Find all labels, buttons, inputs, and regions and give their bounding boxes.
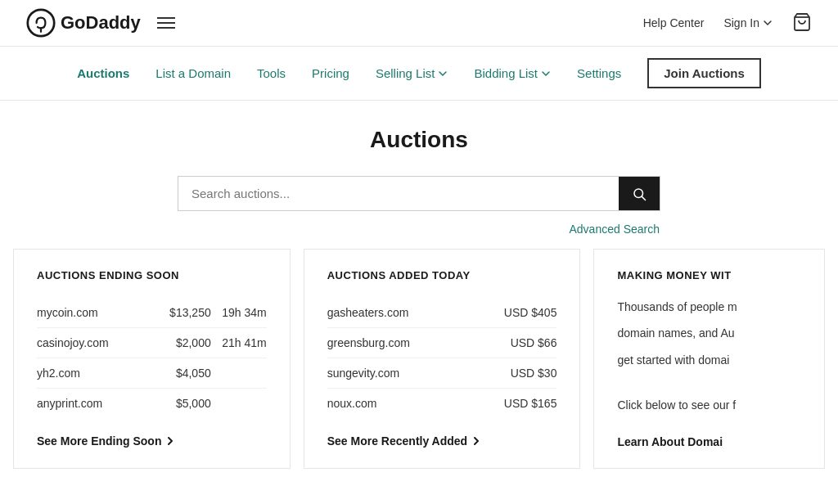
domain-name: mycoin.com: [37, 306, 147, 319]
card-making-money: MAKING MONEY WIT Thousands of people m d…: [593, 249, 825, 469]
cart-icon: [792, 12, 812, 32]
see-more-recently-added-link[interactable]: See More Recently Added: [327, 434, 557, 448]
cards-row: AUCTIONS ENDING SOON mycoin.com $13,250 …: [0, 249, 838, 469]
domain-name: gasheaters.com: [327, 306, 493, 319]
page-title: Auctions: [13, 127, 825, 153]
sign-in-button[interactable]: Sign In: [723, 16, 773, 29]
search-input[interactable]: [178, 177, 619, 210]
table-row[interactable]: casinojoy.com $2,000 21h 41m: [37, 328, 267, 358]
chevron-down-icon: [541, 69, 551, 79]
making-money-body: Thousands of people m domain names, and …: [617, 298, 801, 422]
price: USD $165: [499, 397, 556, 410]
join-auctions-button[interactable]: Join Auctions: [647, 58, 761, 88]
logo[interactable]: GoDaddy: [26, 8, 141, 38]
chevron-down-icon: [763, 18, 773, 28]
making-money-line4: Click below to see our f: [617, 396, 801, 414]
domain-name: casinojoy.com: [37, 336, 147, 349]
learn-about-domain-link[interactable]: Learn About Domai: [617, 435, 801, 448]
cart-button[interactable]: [792, 12, 812, 34]
table-row[interactable]: noux.com USD $165: [327, 389, 557, 418]
nav-item-tools[interactable]: Tools: [257, 66, 286, 80]
nav-item-settings[interactable]: Settings: [577, 66, 621, 80]
main-nav: Auctions List a Domain Tools Pricing Sel…: [0, 47, 838, 101]
help-center-link[interactable]: Help Center: [643, 16, 705, 29]
nav-item-pricing[interactable]: Pricing: [312, 66, 349, 80]
chevron-down-icon: [438, 69, 448, 79]
hamburger-menu[interactable]: [154, 14, 178, 32]
nav-item-auctions[interactable]: Auctions: [77, 66, 129, 80]
page-title-area: Auctions: [0, 101, 838, 166]
chevron-right-icon: [164, 435, 176, 447]
advanced-search-link[interactable]: Advanced Search: [0, 218, 838, 249]
chevron-right-icon: [471, 435, 482, 447]
top-header: GoDaddy Help Center Sign In: [0, 0, 838, 47]
table-row[interactable]: yh2.com $4,050: [37, 358, 267, 389]
time-left: 19h 34m: [218, 306, 267, 319]
domain-name: yh2.com: [37, 367, 147, 380]
price: $5,000: [154, 397, 211, 410]
making-money-line2: domain names, and Au: [617, 324, 801, 342]
domain-name: noux.com: [327, 397, 493, 410]
search-area: [0, 166, 838, 218]
table-row[interactable]: gasheaters.com USD $405: [327, 298, 557, 328]
table-row[interactable]: greensburg.com USD $66: [327, 328, 557, 358]
price: $4,050: [154, 367, 211, 380]
nav-item-bidding-list[interactable]: Bidding List: [474, 66, 551, 80]
card-making-money-title: MAKING MONEY WIT: [617, 269, 801, 281]
search-button[interactable]: [619, 177, 660, 210]
price: USD $30: [499, 367, 556, 380]
search-icon: [632, 187, 647, 201]
domain-name: sungevity.com: [327, 367, 493, 380]
time-left: 21h 41m: [218, 336, 267, 349]
nav-item-selling-list[interactable]: Selling List: [376, 66, 448, 80]
price: $2,000: [154, 336, 211, 349]
price: USD $405: [499, 306, 556, 319]
card-ending-soon-title: AUCTIONS ENDING SOON: [37, 269, 267, 281]
card-added-today: AUCTIONS ADDED TODAY gasheaters.com USD …: [304, 249, 581, 469]
svg-line-3: [642, 196, 645, 200]
domain-name: greensburg.com: [327, 336, 493, 349]
logo-area: GoDaddy: [26, 8, 178, 38]
table-row[interactable]: anyprint.com $5,000: [37, 389, 267, 418]
search-bar: [178, 176, 660, 211]
card-ending-soon: AUCTIONS ENDING SOON mycoin.com $13,250 …: [13, 249, 291, 469]
price: $13,250: [154, 306, 211, 319]
logo-text: GoDaddy: [61, 12, 141, 34]
making-money-line1: Thousands of people m: [617, 298, 801, 316]
table-row[interactable]: mycoin.com $13,250 19h 34m: [37, 298, 267, 328]
card-added-today-title: AUCTIONS ADDED TODAY: [327, 269, 557, 281]
making-money-line3: get started with domai: [617, 351, 801, 369]
domain-name: anyprint.com: [37, 397, 147, 410]
see-more-ending-soon-link[interactable]: See More Ending Soon: [37, 434, 267, 448]
nav-item-list-domain[interactable]: List a Domain: [155, 66, 231, 80]
header-right: Help Center Sign In: [643, 12, 812, 34]
price: USD $66: [499, 336, 556, 349]
godaddy-logo-icon: [26, 8, 56, 38]
table-row[interactable]: sungevity.com USD $30: [327, 358, 557, 389]
